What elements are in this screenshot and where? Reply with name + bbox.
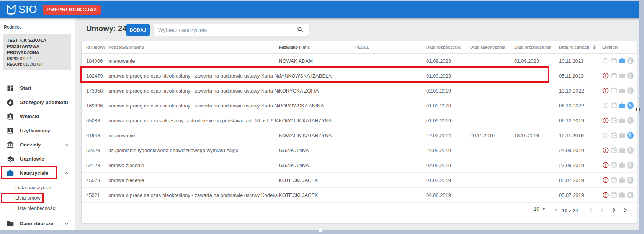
cell-rozpoczecia: 24.09.2019	[426, 148, 470, 153]
briefcase-icon	[619, 57, 626, 65]
cell-nazwisko: KOTECKI JACEK	[279, 192, 355, 198]
cell-nazwisko: NOWAK ADAM	[279, 58, 355, 64]
sidebar-item-start[interactable]: Start	[0, 81, 75, 95]
sidebar-item-lista-nieobecnosci[interactable]: Lista nieobecności	[0, 203, 75, 213]
table-row[interactable]: 52123 umowa zlecenie GUZIK ANNA 02.09.20…	[82, 158, 637, 173]
sidebar-item-label: Nauczyciele	[20, 170, 48, 176]
column-header-nazwisko[interactable]: Nazwisko i imię	[279, 45, 355, 49]
table-row[interactable]: 52328 uzupełnianie tygodniowego obowiązk…	[82, 143, 637, 158]
table-row[interactable]: 45023 umowa zlecenie KOTECKI JACEK 01.07…	[82, 173, 637, 188]
cell-nazwisko: GUZIK ANNA	[279, 162, 355, 168]
cell-rejestracji: 10.11.2023	[559, 58, 602, 64]
page-title: Umowy: 24	[86, 24, 127, 33]
cell-rozpoczecia: 01.09.2023	[426, 73, 470, 79]
paragraph-icon: §	[627, 177, 634, 184]
calendar-icon	[611, 192, 618, 199]
sidebar-item-lista-umow[interactable]: Lista umów	[0, 193, 75, 203]
entity-info-box: TEST-K.K SZKOŁA PODSTAWOWA - PROWADZONA …	[3, 34, 71, 70]
table-row[interactable]: 65083 umowa o pracę na czas określony -z…	[82, 113, 637, 128]
dropdown-caret-icon	[540, 205, 547, 212]
sidebar-item-lista-nauczycieli[interactable]: Lista nauczycieli	[0, 182, 75, 193]
cell-podstawa: umowa o pracę na czas nieokreślony - zaw…	[108, 73, 279, 79]
paragraph-icon: §	[627, 87, 634, 94]
cell-nazwisko: JANKOWSKA IZABELA	[279, 73, 355, 79]
contracts-table-card: Id umowy Podstawa prawna Nazwisko i imię…	[82, 41, 637, 223]
scrollbar-track[interactable]	[639, 0, 644, 234]
alert-icon	[602, 117, 610, 124]
sio-logo[interactable]: SIO	[5, 4, 38, 15]
next-page-button[interactable]	[608, 204, 620, 216]
cell-rozpoczecia: 27.02.2014	[426, 133, 470, 138]
cell-podstawa: umowa o pracę na czas nieokreślony - zaw…	[108, 192, 279, 198]
paragraph-icon: §	[627, 72, 634, 79]
alert-icon	[602, 192, 610, 199]
cell-etykiety: §	[602, 87, 634, 94]
sidebar-item-uczniowie[interactable]: Uczniowie	[0, 152, 75, 166]
table-row[interactable]: 173358 umowa o pracę na czas nieokreślon…	[82, 83, 637, 98]
column-header-data-rozpoczecia[interactable]: Data rozpoczęcia	[426, 45, 470, 49]
table-row[interactable]: 184006 mianowanie NOWAK ADAM 01.09.2023 …	[82, 54, 637, 68]
table-row[interactable]: 169896 umowa o pracę na czas nieokreślon…	[82, 98, 637, 113]
cell-przeniesienia: 18.10.2016	[514, 133, 559, 138]
cell-rozpoczecia: 01.09.2020	[426, 103, 470, 109]
previous-page-button[interactable]	[596, 204, 608, 216]
column-header-podstawa-prawna[interactable]: Podstawa prawna	[108, 45, 279, 49]
column-header-data-przeniesienia[interactable]: Data przeniesienia	[514, 45, 559, 49]
cell-id: 45023	[86, 177, 108, 183]
environment-badge: PREPRODUKCJA3	[43, 5, 101, 15]
sidebar-item-wnioski[interactable]: Wnioski	[0, 109, 75, 123]
search-input[interactable]	[154, 24, 292, 36]
last-page-button[interactable]	[620, 204, 633, 216]
sidebar-item-oddzialy[interactable]: Oddziały	[0, 138, 75, 152]
sidebar-item-nauczyciele[interactable]: Nauczyciele	[0, 166, 75, 180]
pagination-bar: 10 1 - 10 z 24	[532, 203, 633, 218]
graduation-cap-icon	[7, 155, 14, 163]
entity-name-line2: PODSTAWOWA - PROWADZONA	[7, 43, 67, 55]
sidebar-menu: Start Szczegóły podmiotu Wnioski Użytkow…	[0, 81, 75, 231]
page-size-value: 10	[534, 206, 539, 212]
sidebar-item-dane-zbiorcze[interactable]: Dane zbiorcze	[0, 216, 75, 231]
first-page-button[interactable]	[584, 204, 596, 216]
cell-rozpoczecia: 04.06.2019	[426, 192, 470, 198]
table-row[interactable]: 182479 umowa o pracę na czas nieokreślon…	[82, 68, 637, 83]
column-header-id-umowy[interactable]: Id umowy	[86, 45, 108, 49]
column-header-pesel[interactable]: PESEL	[355, 45, 426, 49]
cell-id: 184006	[86, 58, 108, 64]
entity-rspo: RSPO: 82942	[7, 56, 67, 61]
cell-podstawa: umowa zlecenie	[108, 162, 279, 168]
paragraph-icon: §	[627, 162, 634, 169]
page-size-select[interactable]: 10	[532, 205, 548, 215]
chevron-up-icon	[63, 170, 70, 177]
sidebar-item-label: Start	[20, 85, 31, 91]
window-edge-top	[0, 0, 644, 1]
calendar-icon	[611, 132, 618, 139]
cell-id: 61948	[86, 133, 108, 138]
search-button[interactable]	[292, 24, 309, 36]
alert-icon	[602, 132, 610, 139]
cell-nazwisko: GUZIK ANNA	[279, 148, 355, 153]
sidebar-item-label: Szczegóły podmiotu	[20, 99, 68, 105]
column-header-data-rejestracji[interactable]: Data rejestracji	[559, 44, 602, 50]
cell-rozpoczecia: 01.07.2019	[426, 177, 470, 183]
calendar-icon	[611, 87, 618, 94]
table-row[interactable]: 61948 mianowanie KOWALIK KATARZYNA 27.02…	[82, 128, 637, 143]
cell-rozpoczecia: 02.09.2019	[426, 162, 470, 168]
sidebar-item-label: Dane zbiorcze	[20, 221, 53, 226]
sidebar-item-uzytkownicy[interactable]: Użytkownicy	[0, 123, 75, 138]
cell-rozpoczecia: 01.09.2019	[426, 118, 470, 123]
calendar-icon	[611, 177, 618, 184]
search-icon	[297, 26, 304, 34]
alert-icon	[602, 147, 610, 154]
cell-rejestracji: 23.09.2019	[559, 162, 602, 168]
sort-descending-icon[interactable]	[592, 44, 597, 50]
sidebar-item-szczegoly-podmiotu[interactable]: Szczegóły podmiotu	[0, 95, 75, 109]
column-header-data-zakonczenia[interactable]: Data zakończenia	[470, 45, 514, 49]
alert-icon	[602, 72, 610, 80]
submenu-item-label: Lista nieobecności	[15, 205, 56, 211]
cell-rejestracji: 06.12.2019	[559, 118, 602, 123]
add-button[interactable]: DODAJ	[126, 24, 150, 36]
paragraph-icon: §	[627, 117, 634, 124]
cell-podstawa: mianowanie	[108, 58, 279, 64]
table-row[interactable]: 45021 umowa o pracę na czas nieokreślony…	[82, 188, 637, 203]
cell-podstawa: umowa o pracę na czas nieokreślony - zaw…	[108, 103, 279, 109]
